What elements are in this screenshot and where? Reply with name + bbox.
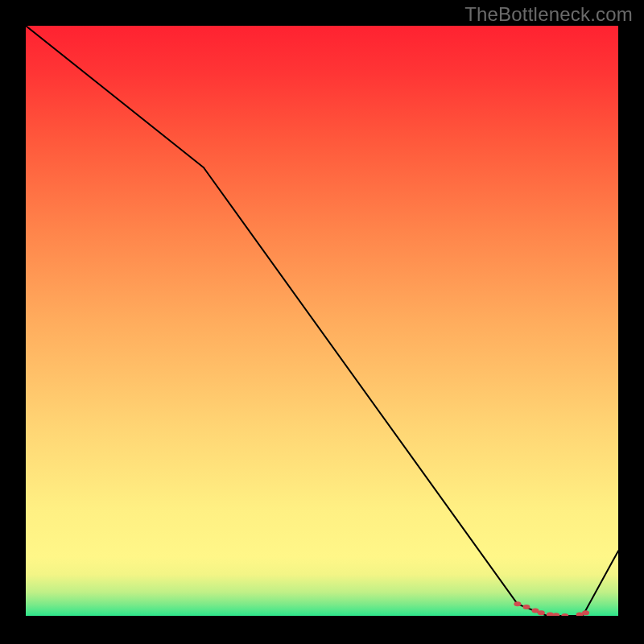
chart-plot-area: [26, 26, 618, 616]
chart-marker: [522, 605, 530, 609]
chart-frame: TheBottleneck.com: [0, 0, 644, 644]
chart-marker: [514, 601, 521, 606]
chart-svg: [26, 26, 618, 616]
watermark-label: TheBottleneck.com: [464, 3, 633, 26]
chart-marker: [582, 610, 589, 615]
chart-background: [26, 26, 618, 616]
chart-marker: [538, 610, 545, 615]
